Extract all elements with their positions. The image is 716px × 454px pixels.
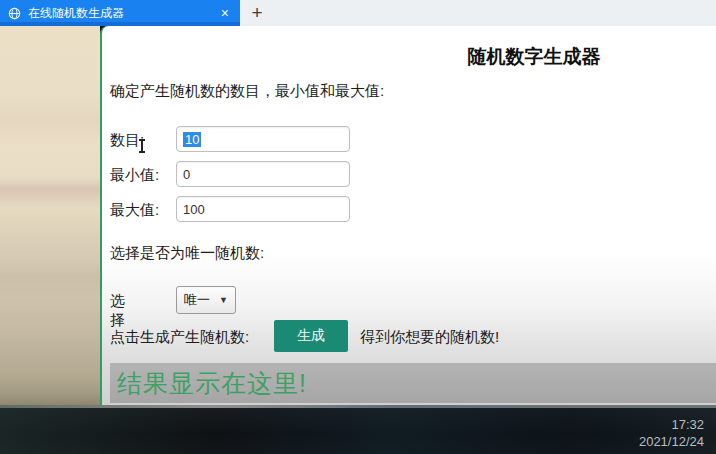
text-cursor-pointer [138, 139, 146, 153]
generate-prompt-text: 点击生成产生随机数: [110, 328, 249, 347]
clock-date: 2021/12/24 [639, 433, 704, 450]
browser-tab-active[interactable]: 在线随机数生成器 × [0, 0, 240, 26]
min-label: 最小值: [110, 166, 159, 185]
generate-button[interactable]: 生成 [274, 320, 348, 352]
system-clock: 17:32 2021/12/24 [639, 416, 704, 450]
globe-icon [8, 7, 21, 20]
min-input[interactable]: 0 [176, 161, 350, 187]
unique-select[interactable]: 唯一 ▼ [176, 286, 236, 314]
page-content: 随机数字生成器 确定产生随机数的数目，最小值和最大值: 数目: 10 最小值: … [100, 26, 716, 405]
desktop-strip: 17:32 2021/12/24 [0, 405, 716, 454]
max-input[interactable]: 100 [176, 196, 350, 222]
screen: 在线随机数生成器 × + 随机数字生成器 确定产生随机数的数目，最小值和最大值:… [0, 0, 716, 454]
generate-suffix-text: 得到你想要的随机数! [360, 328, 499, 347]
count-value-selected: 10 [183, 132, 201, 147]
tab-title: 在线随机数生成器 [28, 5, 218, 22]
result-placeholder-text: 结果显示在这里! [117, 367, 307, 400]
max-value: 100 [183, 202, 205, 217]
unique-prompt-text: 选择是否为唯一随机数: [110, 244, 264, 263]
page-background-strip [0, 26, 100, 405]
unique-select-label: 选择 [110, 292, 125, 330]
intro-text: 确定产生随机数的数目，最小值和最大值: [110, 82, 384, 101]
max-label: 最大值: [110, 201, 159, 220]
browser-tab-bar: 在线随机数生成器 × + [0, 0, 716, 26]
tab-close-icon[interactable]: × [218, 6, 232, 20]
new-tab-button[interactable]: + [246, 1, 268, 25]
unique-select-value: 唯一 [184, 291, 210, 309]
count-input[interactable]: 10 [176, 126, 350, 152]
clock-time: 17:32 [639, 416, 704, 433]
result-area: 结果显示在这里! [110, 363, 716, 403]
page-title: 随机数字生成器 [334, 44, 716, 70]
min-value: 0 [183, 167, 190, 182]
chevron-down-icon: ▼ [219, 295, 228, 305]
